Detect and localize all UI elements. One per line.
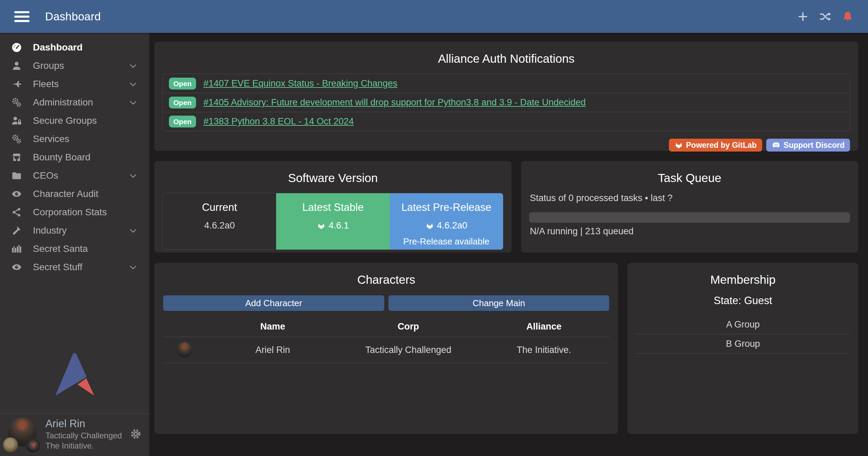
header-corp: Corp: [339, 321, 478, 332]
gear-icon[interactable]: [130, 428, 142, 440]
sidebar-item-services[interactable]: Services: [0, 130, 149, 148]
user-lock-icon: [8, 115, 25, 126]
membership-panel: Membership State: Guest A Group B Group: [628, 263, 858, 434]
support-discord-badge[interactable]: Support Discord: [766, 139, 850, 152]
sidebar-item-label: Secure Groups: [33, 115, 97, 126]
column-title: Current: [163, 201, 276, 214]
eye-icon: [8, 189, 25, 199]
external-badges: Powered by GitLab Support Discord: [162, 139, 850, 152]
group-list-item: B Group: [636, 334, 850, 354]
task-progress-bar: [529, 212, 850, 223]
sidebar-item-label: Services: [33, 134, 69, 144]
powered-by-gitlab-badge[interactable]: Powered by GitLab: [669, 139, 762, 152]
status-badge: Open: [169, 97, 196, 108]
status-badge: Open: [169, 78, 196, 90]
gauge-icon: [8, 42, 25, 53]
chevron-down-icon: [129, 98, 138, 107]
menu-toggle-button[interactable]: [14, 11, 30, 22]
user-meta: Ariel Rin Tactically Challenged The Init…: [45, 417, 122, 451]
change-main-button[interactable]: Change Main: [388, 295, 610, 311]
gitlab-icon: [317, 221, 326, 230]
character-portrait: [177, 342, 192, 358]
task-queue-panel: Task Queue Status of 0 processed tasks •…: [521, 161, 858, 253]
badge-label: Support Discord: [784, 141, 845, 150]
user-footer: Ariel Rin Tactically Challenged The Init…: [0, 413, 149, 456]
membership-state: State: Guest: [636, 295, 850, 307]
alliance-logo: [26, 438, 41, 453]
characters-panel: Characters Add Character Change Main Nam…: [154, 263, 618, 434]
software-version-panel: Software Version Current 4.6.2a0 Latest …: [154, 161, 512, 253]
status-badge: Open: [169, 116, 196, 127]
sidebar-item-secure-groups[interactable]: Secure Groups: [0, 112, 149, 130]
user-name: Ariel Rin: [45, 417, 122, 431]
notification-row: Open #1405 Advisory: Future development …: [163, 93, 850, 112]
folder-icon: [8, 170, 25, 181]
sidebar-item-label: Secret Santa: [33, 243, 88, 254]
group-list: A Group B Group: [636, 315, 850, 354]
sidebar-item-label: Administration: [33, 97, 93, 108]
notification-link[interactable]: #1383 Python 3.8 EOL - 14 Oct 2024: [204, 116, 354, 127]
column-title: Latest Stable: [276, 201, 389, 214]
fighter-jet-icon: [8, 79, 25, 90]
prerelease-note: Pre-Release available: [390, 236, 503, 247]
badge-label: Powered by GitLab: [686, 141, 757, 150]
sidebar-item-ceos[interactable]: CEOs: [0, 166, 149, 185]
membership-title: Membership: [636, 273, 850, 286]
chevron-down-icon: [129, 226, 138, 235]
sidebar: Dashboard Groups Fleets Administration: [0, 33, 149, 456]
table-header-row: Name Corp Alliance: [162, 316, 610, 337]
sidebar-item-character-audit[interactable]: Character Audit: [0, 185, 149, 203]
main-content: Alliance Auth Notifications Open #1407 E…: [149, 33, 868, 456]
version-comparison-box: Current 4.6.2a0 Latest Stable 4.6.1 Late…: [162, 193, 503, 250]
sidebar-item-groups[interactable]: Groups: [0, 57, 149, 75]
sidebar-item-label: Secret Stuff: [33, 262, 82, 273]
user-avatar: [5, 417, 39, 451]
plus-icon[interactable]: [797, 11, 809, 23]
store-icon: [8, 152, 25, 163]
eye-icon: [8, 262, 25, 273]
sidebar-item-corporation-stats[interactable]: Corporation Stats: [0, 203, 149, 221]
sidebar-item-administration[interactable]: Administration: [0, 93, 149, 112]
version-number: 4.6.2a0: [204, 220, 235, 231]
add-character-button[interactable]: Add Character: [163, 295, 384, 311]
chevron-down-icon: [129, 80, 138, 89]
notifications-title: Alliance Auth Notifications: [162, 52, 850, 65]
discord-icon: [772, 141, 780, 150]
characters-title: Characters: [162, 273, 610, 286]
sidebar-item-secret-stuff[interactable]: Secret Stuff: [0, 258, 149, 276]
gifts-icon: [8, 243, 25, 254]
sidebar-item-label: Bounty Board: [33, 152, 91, 163]
header-alliance: Alliance: [478, 321, 610, 332]
user-alliance: The Initiative.: [45, 441, 122, 451]
sidebar-item-label: CEOs: [33, 170, 58, 181]
gears-icon: [8, 134, 25, 144]
shuffle-icon[interactable]: [819, 11, 831, 23]
cell-avatar: [162, 342, 207, 358]
sidebar-item-bounty-board[interactable]: Bounty Board: [0, 148, 149, 166]
notification-link[interactable]: #1405 Advisory: Future development will …: [204, 97, 586, 108]
latest-stable-column: Latest Stable 4.6.1: [276, 193, 389, 250]
user-icon: [8, 60, 25, 71]
version-number: 4.6.2a0: [437, 220, 467, 231]
notifications-list: Open #1407 EVE Equinox Status - Breaking…: [162, 74, 850, 131]
notification-bell-icon[interactable]: [842, 11, 854, 23]
sidebar-item-fleets[interactable]: Fleets: [0, 75, 149, 93]
task-status-line: Status of 0 processed tasks • last ?: [530, 193, 850, 203]
table-row: Ariel Rin Tactically Challenged The Init…: [162, 337, 610, 363]
notification-link[interactable]: #1407 EVE Equinox Status - Breaking Chan…: [204, 78, 398, 89]
sidebar-item-dashboard[interactable]: Dashboard: [0, 38, 149, 57]
latest-prerelease-column: Latest Pre-Release 4.6.2a0 Pre-Release a…: [390, 193, 503, 250]
corp-logo: [3, 437, 18, 452]
sidebar-item-label: Character Audit: [33, 189, 98, 199]
chevron-down-icon: [129, 61, 138, 71]
gears-icon: [8, 97, 25, 108]
sidebar-item-secret-santa[interactable]: Secret Santa: [0, 240, 149, 258]
gitlab-icon: [425, 221, 434, 230]
notification-row: Open #1383 Python 3.8 EOL - 14 Oct 2024: [163, 112, 850, 131]
group-list-item: A Group: [636, 315, 850, 334]
version-number: 4.6.1: [328, 220, 349, 231]
top-navbar: Dashboard: [0, 0, 868, 33]
sidebar-item-industry[interactable]: Industry: [0, 221, 149, 240]
gitlab-icon: [674, 141, 683, 150]
character-buttons: Add Character Change Main: [163, 295, 609, 311]
